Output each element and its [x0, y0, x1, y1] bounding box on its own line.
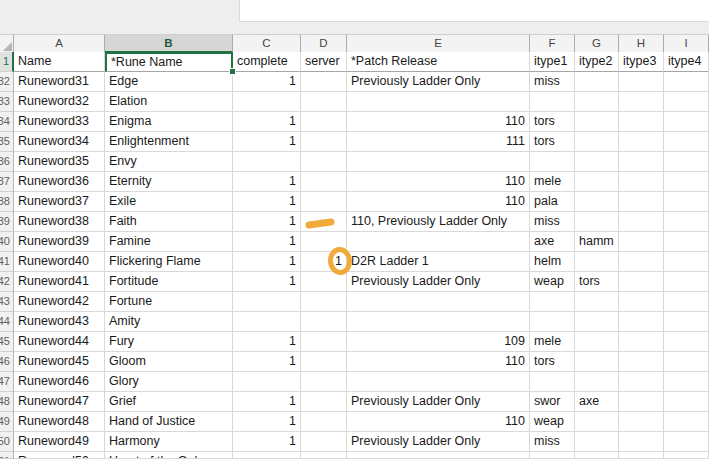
cell-I38[interactable] [664, 192, 709, 212]
row-header-35[interactable]: 35 [0, 132, 14, 152]
cell-A34[interactable]: Runeword33 [14, 112, 105, 132]
cell-I43[interactable] [664, 292, 709, 312]
cell-A1[interactable]: Name [14, 52, 105, 72]
row-header-34[interactable]: 34 [0, 112, 14, 132]
cell-B43[interactable]: Fortune [105, 292, 233, 312]
cell-D49[interactable] [301, 412, 347, 432]
cell-D38[interactable] [301, 192, 347, 212]
cell-E46[interactable]: 110 [347, 352, 530, 372]
cell-B1[interactable]: *Rune Name [105, 52, 233, 72]
cell-E49[interactable]: 110 [347, 412, 530, 432]
cell-E33[interactable] [347, 92, 530, 112]
cell-I33[interactable] [664, 92, 709, 112]
cell-F36[interactable] [530, 152, 575, 172]
cell-D46[interactable] [301, 352, 347, 372]
cell-I35[interactable] [664, 132, 709, 152]
cell-I50[interactable] [664, 432, 709, 452]
cell-F51[interactable] [530, 452, 575, 459]
column-header-F[interactable]: F [530, 35, 575, 53]
row-header-38[interactable]: 38 [0, 192, 14, 212]
cell-G33[interactable] [575, 92, 619, 112]
cell-A49[interactable]: Runeword48 [14, 412, 105, 432]
cell-H1[interactable]: itype3 [619, 52, 664, 72]
cell-G42[interactable]: tors [575, 272, 619, 292]
row-header-43[interactable]: 43 [0, 292, 14, 312]
row-header-32[interactable]: 32 [0, 72, 14, 92]
formula-bar-input[interactable] [239, 0, 709, 22]
cell-F44[interactable] [530, 312, 575, 332]
cell-B45[interactable]: Fury [105, 332, 233, 352]
column-header-A[interactable]: A [14, 35, 105, 53]
cell-C44[interactable] [233, 312, 301, 332]
cell-C49[interactable]: 1 [233, 412, 301, 432]
cell-H46[interactable] [619, 352, 664, 372]
cell-H37[interactable] [619, 172, 664, 192]
cell-I48[interactable] [664, 392, 709, 412]
cell-E37[interactable]: 110 [347, 172, 530, 192]
cell-H39[interactable] [619, 212, 664, 232]
cell-G36[interactable] [575, 152, 619, 172]
cell-B39[interactable]: Faith [105, 212, 233, 232]
cell-G1[interactable]: itype2 [575, 52, 619, 72]
cell-H44[interactable] [619, 312, 664, 332]
column-header-B[interactable]: B [105, 35, 233, 53]
cell-A43[interactable]: Runeword42 [14, 292, 105, 312]
cell-A38[interactable]: Runeword37 [14, 192, 105, 212]
cell-A47[interactable]: Runeword46 [14, 372, 105, 392]
cell-B42[interactable]: Fortitude [105, 272, 233, 292]
row-header-42[interactable]: 42 [0, 272, 14, 292]
cell-A35[interactable]: Runeword34 [14, 132, 105, 152]
cell-E32[interactable]: Previously Ladder Only [347, 72, 530, 92]
cell-I49[interactable] [664, 412, 709, 432]
cell-G46[interactable] [575, 352, 619, 372]
cell-B48[interactable]: Grief [105, 392, 233, 412]
cell-E38[interactable]: 110 [347, 192, 530, 212]
cell-B35[interactable]: Enlightenment [105, 132, 233, 152]
cell-H36[interactable] [619, 152, 664, 172]
cell-C37[interactable]: 1 [233, 172, 301, 192]
cell-E42[interactable]: Previously Ladder Only [347, 272, 530, 292]
column-header-E[interactable]: E [347, 35, 530, 53]
cell-E45[interactable]: 109 [347, 332, 530, 352]
cell-I39[interactable] [664, 212, 709, 232]
cell-D32[interactable] [301, 72, 347, 92]
cell-C48[interactable]: 1 [233, 392, 301, 412]
cell-A51[interactable]: Runeword50 [14, 452, 105, 459]
select-all-button[interactable] [0, 35, 14, 53]
cell-B40[interactable]: Famine [105, 232, 233, 252]
row-header-40[interactable]: 40 [0, 232, 14, 252]
cell-G49[interactable] [575, 412, 619, 432]
cell-B37[interactable]: Eternity [105, 172, 233, 192]
cell-A37[interactable]: Runeword36 [14, 172, 105, 192]
cell-G51[interactable] [575, 452, 619, 459]
cell-H47[interactable] [619, 372, 664, 392]
cell-G32[interactable] [575, 72, 619, 92]
cell-I1[interactable]: itype4 [664, 52, 709, 72]
cell-C1[interactable]: complete [233, 52, 301, 72]
cell-F43[interactable] [530, 292, 575, 312]
row-header-37[interactable]: 37 [0, 172, 14, 192]
cell-C50[interactable]: 1 [233, 432, 301, 452]
cell-I37[interactable] [664, 172, 709, 192]
cell-F39[interactable]: miss [530, 212, 575, 232]
cell-G37[interactable] [575, 172, 619, 192]
cell-C39[interactable]: 1 [233, 212, 301, 232]
cell-G44[interactable] [575, 312, 619, 332]
cell-G45[interactable] [575, 332, 619, 352]
cell-I45[interactable] [664, 332, 709, 352]
cell-A50[interactable]: Runeword49 [14, 432, 105, 452]
cell-D33[interactable] [301, 92, 347, 112]
cell-D45[interactable] [301, 332, 347, 352]
cell-H45[interactable] [619, 332, 664, 352]
column-header-I[interactable]: I [664, 35, 709, 53]
row-header-51[interactable]: 51 [0, 452, 14, 459]
cell-C42[interactable]: 1 [233, 272, 301, 292]
row-header-39[interactable]: 39 [0, 212, 14, 232]
cell-C43[interactable] [233, 292, 301, 312]
cell-F47[interactable] [530, 372, 575, 392]
cell-A33[interactable]: Runeword32 [14, 92, 105, 112]
cell-G50[interactable] [575, 432, 619, 452]
cell-A42[interactable]: Runeword41 [14, 272, 105, 292]
row-header-44[interactable]: 44 [0, 312, 14, 332]
cell-A45[interactable]: Runeword44 [14, 332, 105, 352]
